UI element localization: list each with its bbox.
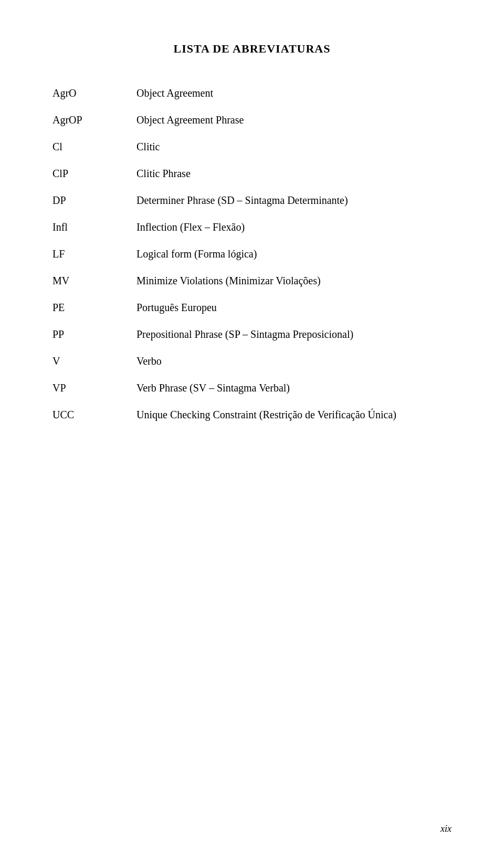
abbreviation-key: PP xyxy=(52,328,136,341)
abbreviation-key: ClP xyxy=(52,168,136,180)
abbreviation-key: VP xyxy=(52,382,136,394)
list-item: ClClitic xyxy=(52,141,452,153)
abbreviation-key: Infl xyxy=(52,221,136,233)
list-item: LFLogical form (Forma lógica) xyxy=(52,248,452,260)
list-item: InflInflection (Flex – Flexão) xyxy=(52,221,452,233)
list-item: VPVerb Phrase (SV – Sintagma Verbal) xyxy=(52,382,452,394)
abbreviation-value: Verbo xyxy=(136,355,452,367)
abbreviation-key: Cl xyxy=(52,141,136,153)
page-number: xix xyxy=(440,823,452,834)
list-item: UCCUnique Checking Constraint (Restrição… xyxy=(52,409,452,421)
page-title: LISTA DE ABREVIATURAS xyxy=(52,42,452,56)
abbreviation-key: AgrOP xyxy=(52,114,136,126)
page: LISTA DE ABREVIATURAS AgrOObject Agreeme… xyxy=(0,0,504,866)
abbreviation-key: LF xyxy=(52,248,136,260)
abbreviation-value: Verb Phrase (SV – Sintagma Verbal) xyxy=(136,382,452,394)
abbreviation-key: UCC xyxy=(52,409,136,421)
abbreviation-value: Object Agreement Phrase xyxy=(136,114,452,126)
abbreviation-value: Português Europeu xyxy=(136,302,452,314)
list-item: AgrOObject Agreement xyxy=(52,87,452,99)
abbreviation-key: MV xyxy=(52,275,136,287)
list-item: MVMinimize Violations (Minimizar Violaçõ… xyxy=(52,275,452,287)
abbreviation-key: AgrO xyxy=(52,87,136,99)
abbreviation-value: Prepositional Phrase (SP – Sintagma Prep… xyxy=(136,328,452,341)
abbreviation-key: V xyxy=(52,355,136,367)
list-item: PPPrepositional Phrase (SP – Sintagma Pr… xyxy=(52,328,452,341)
abbreviation-value: Unique Checking Constraint (Restrição de… xyxy=(136,409,452,421)
abbreviation-value: Inflection (Flex – Flexão) xyxy=(136,221,452,233)
list-item: VVerbo xyxy=(52,355,452,367)
abbreviation-value: Minimize Violations (Minimizar Violações… xyxy=(136,275,452,287)
abbreviation-list: AgrOObject AgreementAgrOPObject Agreemen… xyxy=(52,87,452,421)
list-item: AgrOPObject Agreement Phrase xyxy=(52,114,452,126)
abbreviation-value: Logical form (Forma lógica) xyxy=(136,248,452,260)
list-item: DPDeterminer Phrase (SD – Sintagma Deter… xyxy=(52,194,452,207)
abbreviation-value: Object Agreement xyxy=(136,87,452,99)
abbreviation-key: DP xyxy=(52,194,136,207)
list-item: ClPClitic Phrase xyxy=(52,168,452,180)
abbreviation-value: Determiner Phrase (SD – Sintagma Determi… xyxy=(136,194,452,207)
abbreviation-value: Clitic xyxy=(136,141,452,153)
abbreviation-key: PE xyxy=(52,302,136,314)
abbreviation-value: Clitic Phrase xyxy=(136,168,452,180)
list-item: PEPortuguês Europeu xyxy=(52,302,452,314)
